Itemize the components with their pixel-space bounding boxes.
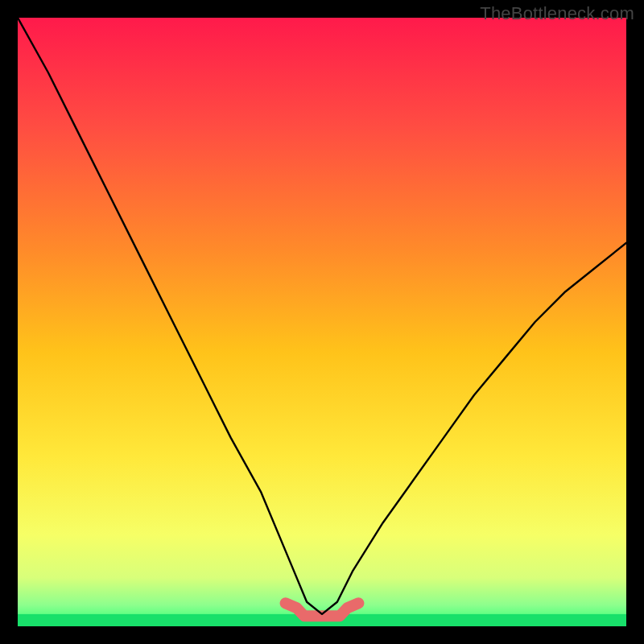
chart-frame: TheBottleneck.com (0, 0, 644, 644)
watermark-text: TheBottleneck.com (480, 3, 634, 24)
plot-area (18, 18, 626, 626)
bottleneck-chart-svg (18, 18, 626, 626)
